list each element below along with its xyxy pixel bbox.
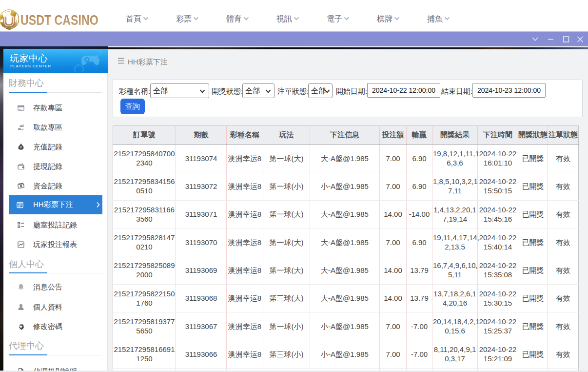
svg-text:Casino: Casino — [5, 26, 13, 28]
